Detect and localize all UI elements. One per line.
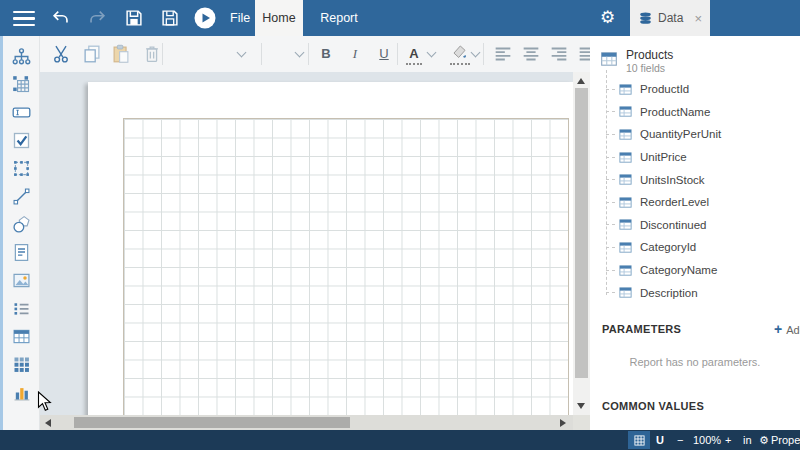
table-icon xyxy=(11,326,32,347)
delete-button[interactable] xyxy=(141,43,163,65)
toolbox-textbox[interactable] xyxy=(8,98,36,126)
align-left-icon xyxy=(492,43,514,65)
underline-button[interactable]: U xyxy=(374,43,394,65)
align-left-button[interactable] xyxy=(492,43,514,65)
dataset-field[interactable]: UnitPrice xyxy=(606,146,796,169)
tab-home[interactable]: Home xyxy=(255,0,303,36)
save-as-button[interactable] xyxy=(159,7,181,29)
toolbox-subreport[interactable] xyxy=(8,238,36,266)
delete-icon xyxy=(141,43,163,65)
dataset-field[interactable]: Discontinued xyxy=(606,214,796,237)
toolbox-sitemap[interactable] xyxy=(8,42,36,70)
align-right-icon xyxy=(548,43,570,65)
add-parameter-button[interactable]: +Add xyxy=(774,321,800,337)
vertical-scroll-thumb[interactable] xyxy=(575,88,588,378)
list-icon xyxy=(11,298,32,319)
scroll-down-arrow-icon[interactable] xyxy=(577,403,585,409)
subreport-icon xyxy=(11,242,32,263)
unit-label: in xyxy=(743,430,752,450)
field-label: UnitPrice xyxy=(640,151,687,163)
dataset-field[interactable]: Description xyxy=(606,281,796,304)
unit-toggle-button[interactable]: U xyxy=(656,430,664,450)
copy-icon xyxy=(81,43,103,65)
dataset-field[interactable]: QuantityPerUnit xyxy=(606,123,796,146)
cut-button[interactable] xyxy=(50,43,72,65)
dataset-node[interactable]: Products 10 fields xyxy=(600,48,790,80)
toolbox-pivot[interactable] xyxy=(8,70,36,98)
chevron-down-icon[interactable] xyxy=(471,48,481,58)
dataset-field[interactable]: CategoryId xyxy=(606,236,796,259)
save-button[interactable] xyxy=(123,7,145,29)
top-toolbar: File Home Report ⚙ Data × xyxy=(0,0,800,36)
toolbar-separator xyxy=(483,43,484,65)
preview-button[interactable] xyxy=(193,6,217,30)
align-right-button[interactable] xyxy=(548,43,570,65)
dataset-field[interactable]: ProductId xyxy=(606,78,796,101)
data-tab-close-icon[interactable]: × xyxy=(694,12,702,25)
field-icon xyxy=(618,195,633,210)
paste-button[interactable] xyxy=(110,43,132,65)
field-icon xyxy=(618,240,633,255)
scroll-up-arrow-icon[interactable] xyxy=(577,78,585,84)
toolbox-table[interactable] xyxy=(8,322,36,350)
field-label: Description xyxy=(640,287,698,299)
field-label: QuantityPerUnit xyxy=(640,128,721,140)
file-menu[interactable]: File xyxy=(230,0,250,36)
redo-icon xyxy=(86,7,108,29)
dataset-field[interactable]: UnitsInStock xyxy=(606,168,796,191)
align-center-button[interactable] xyxy=(520,43,542,65)
scroll-left-arrow-icon[interactable] xyxy=(45,419,51,427)
font-size-dropdown[interactable] xyxy=(268,43,292,65)
toolbox-rectangle[interactable] xyxy=(8,154,36,182)
highlight-color-button[interactable] xyxy=(450,42,470,65)
tree-connector-line xyxy=(606,247,615,248)
undo-icon xyxy=(50,7,72,29)
vertical-scrollbar[interactable] xyxy=(573,72,590,415)
settings-gear-icon[interactable]: ⚙ xyxy=(600,0,615,36)
report-page[interactable] xyxy=(88,82,573,415)
field-label: ProductName xyxy=(640,106,710,118)
italic-button[interactable]: I xyxy=(345,43,365,65)
properties-button[interactable]: Properties xyxy=(771,430,800,450)
toolbox-chart[interactable] xyxy=(8,378,36,406)
toolbar-separator xyxy=(261,43,262,65)
design-canvas xyxy=(40,72,573,415)
save-icon xyxy=(123,7,145,29)
dataset-field[interactable]: ReorderLevel xyxy=(606,191,796,214)
tab-report[interactable]: Report xyxy=(303,0,375,36)
font-color-button[interactable]: A xyxy=(406,43,422,65)
toolbox-shapes[interactable] xyxy=(8,210,36,238)
toolbox-matrix[interactable] xyxy=(8,350,36,378)
hamburger-menu-icon[interactable] xyxy=(13,11,35,26)
horizontal-scroll-thumb[interactable] xyxy=(74,417,350,428)
properties-gear-icon[interactable]: ⚙ xyxy=(759,430,769,450)
toolbox-image[interactable] xyxy=(8,266,36,294)
status-bar: U − 100% + in ⚙ Properties xyxy=(0,430,800,450)
dataset-field[interactable]: ProductName xyxy=(606,101,796,124)
bold-button[interactable]: B xyxy=(316,43,336,65)
data-panel-tab[interactable]: Data × xyxy=(630,0,710,36)
horizontal-scrollbar[interactable] xyxy=(40,415,573,430)
tree-connector-line xyxy=(606,270,615,271)
undo-button[interactable] xyxy=(50,7,72,29)
zoom-level: 100% xyxy=(693,430,721,450)
grid-toggle-button[interactable] xyxy=(628,431,650,449)
redo-button[interactable] xyxy=(86,7,108,29)
toolbox-checkbox[interactable] xyxy=(8,126,36,154)
chevron-down-icon[interactable] xyxy=(295,48,305,58)
tree-connector-line xyxy=(606,89,615,90)
chevron-down-icon[interactable] xyxy=(427,48,437,58)
dataset-field[interactable]: CategoryName xyxy=(606,259,796,282)
toolbox-line[interactable] xyxy=(8,182,36,210)
copy-button[interactable] xyxy=(81,43,103,65)
zoom-in-button[interactable]: + xyxy=(725,430,731,450)
field-icon xyxy=(618,127,633,142)
play-icon xyxy=(193,6,217,30)
zoom-out-button[interactable]: − xyxy=(677,430,683,450)
add-parameter-label: Add xyxy=(786,324,800,336)
field-label: ProductId xyxy=(640,83,689,95)
toolbar-separator xyxy=(162,43,163,65)
toolbox-list[interactable] xyxy=(8,294,36,322)
scroll-right-arrow-icon[interactable] xyxy=(560,419,566,427)
data-explorer-panel: Products 10 fields ProductId ProductName xyxy=(590,36,800,430)
